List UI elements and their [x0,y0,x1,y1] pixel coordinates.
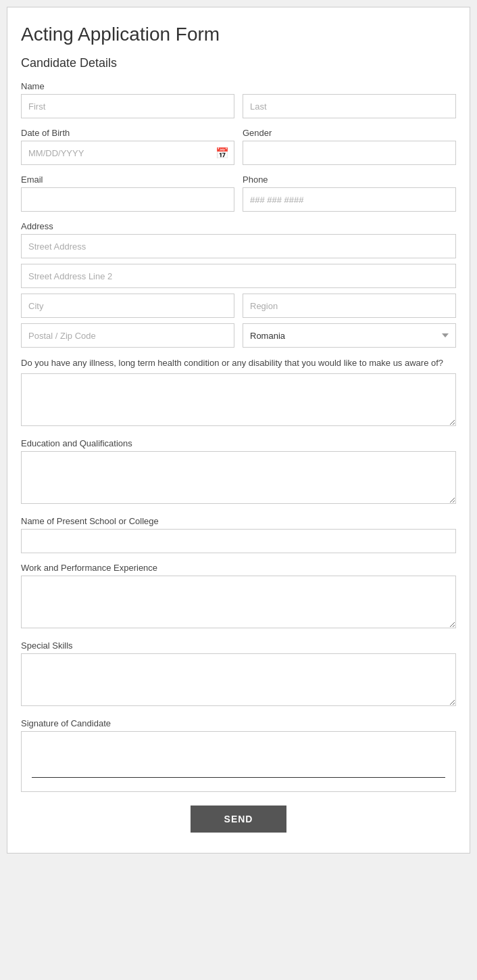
dob-input[interactable] [21,141,234,165]
form-container: Acting Application Form Candidate Detail… [7,7,470,854]
name-field-group: Name [21,81,456,118]
form-title: Acting Application Form [21,24,456,45]
email-phone-row: Email Phone [21,174,456,212]
signature-area[interactable] [21,731,456,792]
education-textarea[interactable] [21,451,456,504]
school-input[interactable] [21,529,456,553]
country-select[interactable]: Romania [243,323,456,348]
phone-label: Phone [243,174,456,185]
work-textarea[interactable] [21,576,456,628]
send-button[interactable]: SEND [191,806,287,833]
illness-textarea[interactable] [21,373,456,426]
illness-field-group: Do you have any illness, long term healt… [21,357,456,429]
school-label: Name of Present School or College [21,516,456,526]
city-group [21,294,234,318]
last-name-group [243,94,456,118]
school-field-group: Name of Present School or College [21,516,456,553]
date-wrapper: 📅 [21,141,234,165]
dob-field-group: Date of Birth 📅 [21,128,234,165]
illness-question: Do you have any illness, long term healt… [21,357,456,369]
signature-field-group: Signature of Candidate [21,718,456,792]
first-name-input[interactable] [21,94,234,118]
gender-field-group: Gender [243,128,456,165]
candidate-details-heading: Candidate Details [21,56,456,70]
name-label: Name [21,81,456,91]
street-address2-input[interactable] [21,264,456,288]
region-input[interactable] [243,294,456,318]
gender-label: Gender [243,128,456,138]
work-field-group: Work and Performance Experience [21,563,456,631]
city-input[interactable] [21,294,234,318]
first-name-group [21,94,234,118]
region-group [243,294,456,318]
education-field-group: Education and Qualifications [21,438,456,507]
country-group: Romania [243,323,456,348]
street-address-input[interactable] [21,234,456,258]
phone-input[interactable] [243,187,456,212]
email-label: Email [21,174,234,185]
education-label: Education and Qualifications [21,438,456,448]
dob-gender-row: Date of Birth 📅 Gender [21,128,456,165]
zip-group [21,323,234,348]
skills-field-group: Special Skills [21,640,456,709]
zip-input[interactable] [21,323,234,348]
skills-textarea[interactable] [21,653,456,706]
phone-field-group: Phone [243,174,456,212]
work-label: Work and Performance Experience [21,563,456,573]
skills-label: Special Skills [21,640,456,651]
email-input[interactable] [21,187,234,212]
address-field-group: Address Romania [21,221,456,348]
signature-line [32,777,445,778]
email-field-group: Email [21,174,234,212]
address-label: Address [21,221,456,231]
last-name-input[interactable] [243,94,456,118]
dob-label: Date of Birth [21,128,234,138]
signature-label: Signature of Candidate [21,718,456,728]
gender-input[interactable] [243,141,456,165]
